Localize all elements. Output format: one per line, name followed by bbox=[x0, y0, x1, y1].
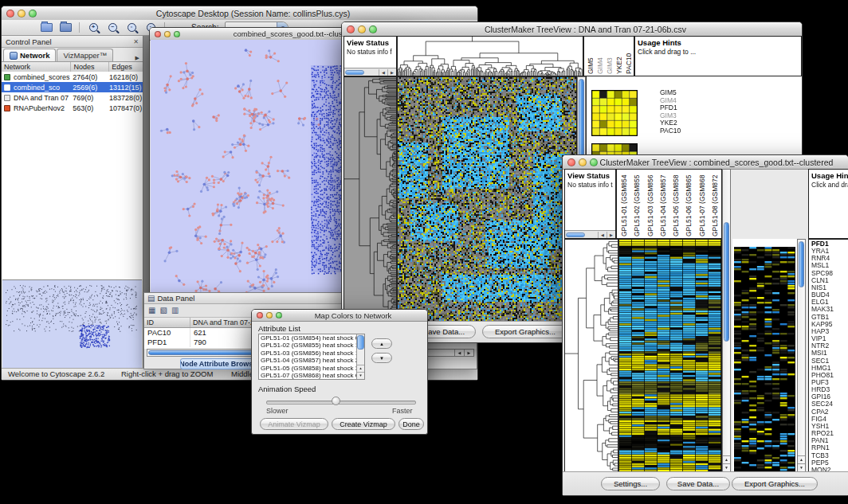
attribute-item[interactable]: GPL51-04 (GSM857) heat shock 20 min bbox=[259, 357, 364, 364]
import-network-button[interactable] bbox=[57, 21, 73, 34]
view-status-scrollbar[interactable]: ◀▶ bbox=[344, 68, 396, 76]
scrollbar-thumb[interactable] bbox=[724, 222, 729, 342]
listbox-vscrollbar[interactable]: ▲▼ bbox=[356, 334, 364, 379]
secondary-vscrollbar[interactable]: ▲▼ bbox=[797, 239, 806, 472]
done-button[interactable]: Done bbox=[398, 418, 424, 430]
create-vizmap-button[interactable]: Create Vizmap bbox=[332, 418, 395, 430]
main-vscrollbar[interactable]: ▲▼ bbox=[722, 169, 731, 472]
column-label[interactable]: GIM5 bbox=[587, 38, 593, 74]
column-dendrogram[interactable] bbox=[398, 37, 583, 76]
attribute-item[interactable]: GPL51-07 (GSM868) heat shock 60 min bbox=[259, 372, 364, 379]
zoom-fit-button[interactable]: ▫ bbox=[124, 21, 139, 34]
minimize-button[interactable] bbox=[266, 312, 273, 318]
export-graphics-button[interactable]: Export Graphics... bbox=[482, 325, 568, 338]
zoom-button[interactable] bbox=[29, 10, 37, 18]
zoom-out-button[interactable]: − bbox=[104, 21, 120, 34]
attribute-item[interactable]: GPL51-05 (GSM858) heat shock 30 min bbox=[259, 365, 364, 372]
speed-slider-knob[interactable] bbox=[332, 397, 340, 405]
scroll-left-icon[interactable]: ◀ bbox=[379, 69, 387, 76]
column-header-id[interactable]: ID bbox=[144, 318, 190, 327]
zoom-button[interactable] bbox=[174, 31, 180, 37]
column-label[interactable]: GIM3 bbox=[606, 38, 612, 74]
column-label[interactable]: GIM4 bbox=[596, 38, 603, 74]
scroll-right-icon[interactable]: ▶ bbox=[464, 350, 473, 356]
column-label[interactable]: GPL51-01 (GSM854 bbox=[620, 171, 627, 236]
scroll-up-icon[interactable]: ▲ bbox=[357, 365, 364, 372]
gene-label[interactable]: PAC10 bbox=[660, 127, 681, 135]
close-button[interactable] bbox=[567, 158, 575, 166]
network-overview-thumbnail[interactable] bbox=[2, 280, 141, 366]
expression-heatmap[interactable] bbox=[619, 240, 721, 471]
treeview2-titlebar[interactable]: ClusterMaker TreeView : combined_scores_… bbox=[563, 155, 848, 170]
tab-network[interactable]: Network bbox=[3, 49, 56, 61]
treeview1-titlebar[interactable]: ClusterMaker TreeView : DNA and Tran 07-… bbox=[342, 22, 802, 37]
move-down-button[interactable]: ▼ bbox=[371, 353, 392, 363]
secondary-heatmap[interactable] bbox=[734, 240, 795, 471]
network-list-row[interactable]: combined_scores 2764(0) 16218(0) bbox=[2, 72, 143, 82]
zoom-button[interactable] bbox=[369, 25, 377, 33]
attribute-item[interactable]: GPL51-01 (GSM854) heat shock 05 min bbox=[259, 334, 364, 342]
network-list-row[interactable]: RNAPuberNov2 563(0) 107847(0) bbox=[2, 103, 143, 113]
tab-vizmapper[interactable]: VizMapper™ bbox=[57, 49, 113, 61]
speed-slider-track[interactable] bbox=[266, 400, 416, 404]
column-label[interactable]: GPL51-06 (GSM865 bbox=[685, 171, 692, 236]
scrollbar-thumb[interactable] bbox=[799, 241, 804, 287]
create-attribute-icon[interactable]: ▧ bbox=[159, 306, 167, 315]
close-button[interactable] bbox=[155, 31, 161, 37]
save-data-button[interactable]: Save Data... bbox=[666, 477, 730, 490]
move-up-button[interactable]: ▲ bbox=[371, 338, 392, 349]
close-panel-icon[interactable]: ✕ bbox=[133, 38, 139, 45]
scroll-up-icon[interactable]: ▲ bbox=[798, 455, 805, 463]
attribute-item[interactable]: GPL51-03 (GSM856) heat shock 15 min bbox=[259, 350, 364, 357]
row-dendrogram[interactable] bbox=[344, 77, 396, 322]
open-session-button[interactable] bbox=[38, 21, 54, 34]
tab-overflow-arrow[interactable]: ▶ bbox=[135, 55, 143, 61]
minimize-button[interactable] bbox=[18, 10, 26, 18]
row-dendrogram[interactable] bbox=[565, 240, 618, 471]
attribute-listbox[interactable]: GPL51-01 (GSM854) heat shock 05 minGPL51… bbox=[258, 334, 365, 380]
node-attribute-browser-tab[interactable]: Node Attribute Brows... bbox=[180, 358, 258, 369]
scrollbar-thumb[interactable] bbox=[357, 335, 364, 350]
close-button[interactable] bbox=[257, 312, 263, 318]
column-label[interactable]: GPL51-02 (GSM855 bbox=[633, 171, 640, 236]
column-label[interactable]: GPL51-08 (GSM872 bbox=[711, 171, 718, 236]
zoom-button[interactable] bbox=[590, 158, 598, 166]
attribute-matrix-icon[interactable]: ▥ bbox=[171, 306, 179, 315]
scroll-down-icon[interactable]: ▼ bbox=[798, 463, 805, 471]
zoom-button[interactable] bbox=[276, 312, 282, 318]
column-label[interactable]: GPL51-04 (GSM857 bbox=[659, 171, 666, 236]
view-status-scrollbar[interactable]: ◀▶ bbox=[565, 230, 615, 238]
network-overview-panel[interactable] bbox=[2, 279, 142, 368]
export-graphics-button[interactable]: Export Graphics... bbox=[732, 477, 818, 490]
scrollbar-thumb[interactable] bbox=[566, 232, 585, 237]
close-button[interactable] bbox=[6, 10, 14, 18]
column-label[interactable]: GPL51-05 (GSM858 bbox=[672, 171, 679, 236]
attribute-item[interactable]: GPL51-02 (GSM855) heat shock 10 min bbox=[259, 342, 364, 349]
scroll-right-icon[interactable]: ▶ bbox=[607, 232, 615, 238]
column-label[interactable]: GPL51-03 (GSM856 bbox=[646, 171, 654, 236]
scroll-up-icon[interactable]: ▲ bbox=[723, 455, 730, 463]
scroll-left-icon[interactable]: ◀ bbox=[598, 232, 607, 238]
scrollbar-thumb[interactable] bbox=[345, 70, 364, 75]
minimize-button[interactable] bbox=[164, 31, 171, 37]
animate-vizmap-button[interactable]: Animate Vizmap bbox=[260, 418, 328, 430]
column-label[interactable]: GPL51-07 (GSM868 bbox=[698, 171, 705, 236]
scroll-down-icon[interactable]: ▼ bbox=[723, 463, 730, 471]
scroll-left-icon[interactable]: ◀ bbox=[454, 350, 464, 356]
close-button[interactable] bbox=[347, 25, 355, 33]
minimize-button[interactable] bbox=[358, 25, 366, 33]
select-attributes-icon[interactable]: ▦ bbox=[148, 306, 155, 315]
correlation-matrix[interactable] bbox=[591, 90, 638, 136]
scroll-right-icon[interactable]: ▶ bbox=[387, 69, 396, 76]
column-label[interactable]: PAC10 bbox=[625, 38, 631, 74]
network-list-row[interactable]: DNA and Tran 07 769(0) 183728(0) bbox=[2, 92, 143, 103]
column-label[interactable]: YKE2 bbox=[615, 38, 622, 74]
dialog-titlebar[interactable]: Map Colors to Network bbox=[252, 310, 427, 322]
minimize-button[interactable] bbox=[579, 158, 587, 166]
main-titlebar[interactable]: Cytoscape Desktop (Session Name: collins… bbox=[2, 6, 477, 21]
settings-button[interactable]: Settings... bbox=[601, 477, 660, 490]
zoom-in-button[interactable]: + bbox=[85, 21, 101, 34]
expression-heatmap[interactable] bbox=[398, 77, 576, 322]
network-list-row[interactable]: combined_sco 2569(6) 13112(15) bbox=[2, 82, 143, 92]
scroll-down-icon[interactable]: ▼ bbox=[357, 372, 364, 379]
